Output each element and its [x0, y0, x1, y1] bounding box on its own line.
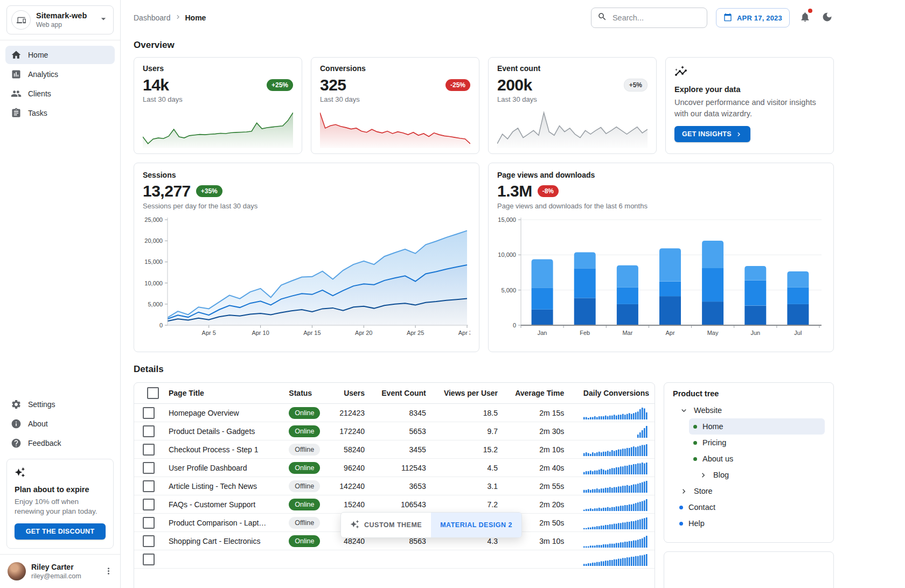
sessions-chart: 05,00010,00015,00020,00025,000Apr 5Apr 1… [143, 215, 470, 344]
tree-item-pricing[interactable]: Pricing [689, 435, 825, 451]
sessions-area-chart: 05,00010,00015,00020,00025,000Apr 5Apr 1… [143, 215, 470, 341]
cell-average-time: 2m 15s [503, 404, 569, 422]
svg-text:Jun: Jun [750, 330, 760, 336]
cell-views-per-user: 3.1 [431, 477, 503, 495]
svg-text:Apr 20: Apr 20 [355, 330, 372, 336]
notifications-button[interactable] [798, 10, 812, 25]
column-header-daily-conversions: Daily Conversions [569, 383, 655, 404]
workspace-select[interactable]: Sitemark-web Web app [6, 5, 114, 34]
custom-theme-label: CUSTOM THEME [364, 521, 422, 529]
search-input[interactable] [611, 13, 701, 23]
user-email: riley@email.com [31, 572, 97, 580]
breadcrumb-dashboard[interactable]: Dashboard [134, 13, 171, 22]
plan-expiry-card: Plan about to expire Enjoy 10% off when … [6, 459, 114, 548]
row-checkbox[interactable] [143, 425, 155, 437]
get-insights-button[interactable]: GET INSIGHTS [674, 126, 750, 142]
chevron-down-icon [679, 406, 688, 415]
sidebar-item-tasks[interactable]: Tasks [5, 104, 115, 122]
tree-item-label: Blog [713, 471, 729, 479]
pageviews-title: Page views and downloads [497, 171, 825, 179]
cell-page-title: Product Details - Gadgets [163, 422, 283, 440]
date-picker-button[interactable]: APR 17, 2023 [716, 8, 790, 27]
svg-text:Jan: Jan [538, 330, 547, 336]
daily-conversions-sparkline [583, 407, 648, 419]
stat-card-title: Users [143, 64, 293, 73]
sidebar-nav-main: HomeAnalyticsClientsTasks [0, 40, 120, 124]
tree-item-label: Store [694, 487, 713, 495]
select-all-checkbox[interactable] [147, 387, 159, 399]
get-discount-button[interactable]: GET THE DISCOUNT [15, 523, 106, 540]
svg-text:Apr 10: Apr 10 [252, 330, 269, 336]
pageviews-chart: 05,00010,00015,000JanFebMarAprMayJunJul [497, 215, 825, 344]
tree-item-store[interactable]: Store [675, 483, 825, 499]
sidebar-item-settings[interactable]: Settings [5, 395, 115, 414]
row-checkbox[interactable] [143, 499, 155, 510]
row-checkbox[interactable] [143, 407, 155, 419]
tree-item-home[interactable]: Home [689, 418, 825, 435]
sidebar-item-about[interactable]: About [5, 415, 115, 433]
pageviews-bar-chart: 05,00010,00015,000JanFebMarAprMayJunJul [497, 215, 825, 341]
tree-item-blog[interactable]: Blog [694, 467, 825, 483]
column-header-status: Status [283, 383, 330, 404]
cell-page-title: Shopping Cart - Electronics [163, 532, 283, 550]
status-badge: Offline [289, 517, 320, 529]
row-checkbox[interactable] [143, 462, 155, 474]
cell-event-count: 106543 [370, 495, 431, 514]
chevron-right-icon [699, 471, 708, 480]
stat-sparkline [143, 109, 293, 148]
custom-theme-option[interactable]: CUSTOM THEME [341, 513, 431, 537]
svg-text:Apr 15: Apr 15 [303, 330, 321, 336]
column-header-event-count: Event Count [370, 383, 431, 404]
user-row: Riley Carter riley@email.com [0, 554, 120, 588]
cell-average-time: 2m 40s [503, 459, 569, 477]
tree-dot-icon [679, 522, 683, 526]
breadcrumb: Dashboard Home [134, 13, 206, 23]
tree-item-about-us[interactable]: About us [689, 451, 825, 467]
row-checkbox[interactable] [143, 554, 155, 565]
tree-item-label: Website [694, 406, 722, 415]
daily-conversions-sparkline [583, 535, 648, 548]
sidebar-item-feedback[interactable]: Feedback [5, 434, 115, 452]
table-row: User Profile Dashboard Online 96240 1125… [134, 459, 655, 477]
sparkle-icon [15, 467, 25, 478]
sidebar-spacer [0, 124, 120, 390]
sessions-value: 13,277 [143, 182, 191, 200]
sidebar-item-home[interactable]: Home [5, 46, 115, 64]
row-checkbox[interactable] [143, 535, 155, 547]
calendar-icon [723, 13, 732, 22]
material-design-2-option[interactable]: MATERIAL DESIGN 2 [431, 513, 521, 537]
svg-text:Jul: Jul [794, 330, 802, 336]
cell-page-title: Product Comparison - Lapt… [163, 514, 283, 532]
row-checkbox[interactable] [143, 517, 155, 529]
stat-card-value: 325 [320, 76, 346, 94]
tree-item-website[interactable]: Website [675, 402, 825, 418]
tree-item-contact[interactable]: Contact [675, 499, 825, 515]
daily-conversions-sparkline [583, 498, 648, 511]
column-header-page-title: Page Title [163, 383, 283, 404]
details-title: Details [134, 364, 834, 375]
sidebar: Sitemark-web Web app HomeAnalyticsClient… [0, 0, 121, 588]
status-badge: Offline [289, 444, 320, 456]
sessions-title: Sessions [143, 171, 470, 179]
tree-item-help[interactable]: Help [675, 515, 825, 531]
notification-badge [808, 9, 812, 13]
svg-text:Apr 5: Apr 5 [202, 330, 216, 336]
sidebar-item-analytics[interactable]: Analytics [5, 65, 115, 83]
daily-conversions-sparkline [583, 443, 648, 456]
help-icon [11, 438, 22, 449]
row-checkbox[interactable] [143, 444, 155, 456]
user-menu-button[interactable] [102, 565, 115, 577]
theme-mode-toggle[interactable] [820, 10, 834, 25]
svg-text:0: 0 [159, 322, 163, 328]
column-header-users: Users [330, 383, 370, 404]
status-badge: Online [289, 425, 320, 437]
table-row: Product Details - Gadgets Online 172240 … [134, 422, 655, 440]
home-icon [11, 50, 22, 60]
cell-users: 142240 [330, 477, 370, 495]
row-checkbox[interactable] [143, 480, 155, 492]
cell-users: 212423 [330, 404, 370, 422]
sidebar-item-clients[interactable]: Clients [5, 85, 115, 103]
svg-text:0: 0 [513, 322, 516, 328]
table-row [134, 550, 655, 569]
table-header-row: Page TitleStatusUsersEvent CountViews pe… [134, 383, 655, 404]
